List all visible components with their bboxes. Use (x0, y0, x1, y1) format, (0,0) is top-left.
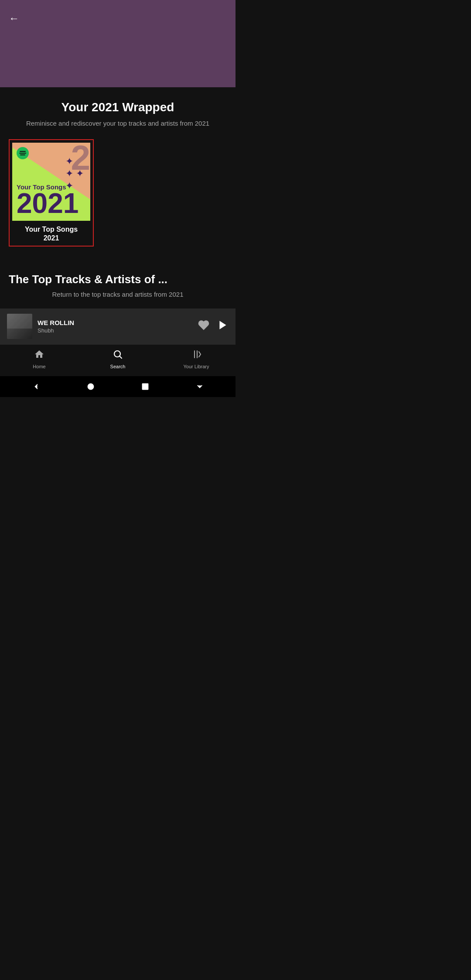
nav-library[interactable]: Your Library (157, 349, 236, 369)
svg-marker-0 (219, 321, 226, 329)
library-icon (191, 349, 201, 362)
svg-line-2 (120, 356, 122, 358)
library-nav-label: Your Library (184, 364, 209, 369)
android-recents-button[interactable] (140, 381, 150, 392)
track-info: WE ROLLIN Shubh (38, 319, 193, 334)
android-home-button[interactable] (85, 381, 96, 392)
track-thumbnail (7, 314, 32, 339)
system-navigation-bar (0, 376, 236, 397)
thumbnail-art (7, 314, 32, 339)
playlist-card[interactable]: 2 ✦ ✦ ✦ ✦ (9, 139, 94, 247)
home-icon (34, 349, 44, 362)
search-icon (113, 349, 123, 362)
android-dropdown-button[interactable] (195, 381, 205, 392)
top-tracks-title: The Top Tracks & Artists of ... (9, 273, 227, 286)
track-name: WE ROLLIN (38, 319, 193, 326)
cover-year-label: 2021 (17, 191, 78, 216)
spotify-line-2 (19, 153, 26, 154)
top-tracks-subtitle: Return to the top tracks and artists fro… (9, 290, 227, 300)
spotify-line-3 (20, 154, 25, 155)
search-nav-label: Search (110, 364, 126, 369)
star-2: ✦ (65, 168, 73, 179)
nav-search[interactable]: Search (78, 349, 157, 369)
spotify-lines (19, 151, 26, 155)
nav-home[interactable]: Home (0, 349, 78, 369)
back-button[interactable]: ← (9, 13, 19, 24)
wrapped-title: Your 2021 Wrapped (9, 100, 227, 114)
home-nav-label: Home (33, 364, 45, 369)
playlist-label: Your Top Songs 2021 (12, 225, 90, 243)
star-3: ✦ (76, 168, 84, 179)
cover-text-area: Your Top Songs 2021 (17, 183, 78, 216)
top-tracks-section: The Top Tracks & Artists of ... Return t… (0, 255, 236, 308)
like-button[interactable] (198, 319, 209, 333)
bottom-navigation: Home Search Your Library (0, 344, 236, 376)
hero-section: ← (0, 0, 236, 87)
now-playing-bar: WE ROLLIN Shubh (0, 308, 236, 344)
wrapped-subtitle: Reminisce and rediscover your top tracks… (9, 119, 227, 129)
android-back-chevron[interactable] (31, 381, 41, 392)
playlist-cover-art: 2 ✦ ✦ ✦ ✦ (12, 143, 90, 221)
svg-point-5 (88, 384, 93, 389)
play-button[interactable] (217, 319, 229, 333)
star-1: ✦ (65, 156, 73, 167)
track-controls (198, 319, 229, 333)
wrapped-content-section: Your 2021 Wrapped Reminisce and rediscov… (0, 87, 236, 255)
svg-rect-6 (142, 384, 148, 390)
spotify-logo (17, 147, 29, 159)
spotify-line-1 (20, 151, 26, 152)
track-artist: Shubh (38, 327, 193, 334)
